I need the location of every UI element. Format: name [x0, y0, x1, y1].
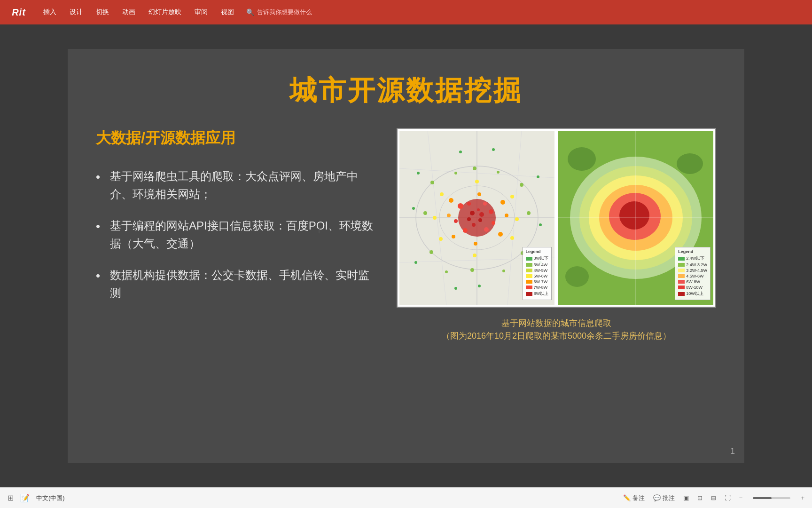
slide: 城市开源数据挖掘 大数据/开源数据应用 基于网络爬虫工具的爬取：大众点评网、房地…: [68, 49, 744, 463]
caption-line2: （图为2016年10月2日爬取的某市5000余条二手房房价信息）: [442, 330, 671, 342]
svg-point-14: [467, 217, 471, 221]
menu-item-view[interactable]: 视图: [215, 5, 240, 19]
caption-line1: 基于网站数据的城市信息爬取: [442, 317, 671, 330]
svg-point-25: [500, 200, 505, 205]
svg-point-60: [478, 285, 481, 287]
svg-point-12: [472, 223, 476, 227]
svg-point-11: [478, 218, 482, 222]
svg-point-72: [677, 153, 703, 174]
slide-area: 城市开源数据挖掘 大数据/开源数据应用 基于网络爬虫工具的爬取：大众点评网、房地…: [0, 24, 812, 487]
menu-item-slideshow[interactable]: 幻灯片放映: [143, 5, 187, 19]
menu-item-design[interactable]: 设计: [64, 5, 88, 19]
svg-point-55: [414, 261, 417, 264]
svg-point-32: [440, 192, 444, 196]
text-cursor: [319, 224, 320, 233]
menu-item-insert[interactable]: 插入: [38, 5, 62, 19]
fullscreen-button[interactable]: ⛶: [725, 494, 731, 501]
svg-point-13: [479, 212, 484, 217]
comment-icon: 💬: [653, 494, 661, 501]
slide-number: 1: [730, 446, 735, 456]
search-icon: 🔍: [246, 8, 254, 16]
svg-point-50: [502, 270, 505, 272]
svg-point-19: [463, 228, 468, 233]
view-reading-button[interactable]: ⊟: [711, 494, 716, 501]
svg-point-61: [454, 287, 457, 290]
comments-label: 批注: [663, 494, 675, 502]
svg-point-29: [505, 214, 508, 217]
slide-panel-icon[interactable]: ⊞: [8, 493, 14, 502]
comments-button[interactable]: 💬 批注: [653, 494, 675, 502]
notes-icon-small: ✏️: [623, 494, 631, 501]
svg-point-16: [458, 203, 463, 209]
slide-title: 城市开源数据挖掘: [68, 49, 744, 119]
svg-point-68: [619, 201, 649, 230]
svg-point-15: [477, 208, 480, 211]
menu-item-switch[interactable]: 切换: [90, 5, 115, 19]
svg-point-57: [539, 223, 542, 226]
svg-point-18: [484, 227, 489, 232]
legend-left: Legend 3W以下 3W-4W 4W-5W 5W-6W 6W-7W 7W-8…: [523, 247, 552, 300]
slide-right-panel: Legend 3W以下 3W-4W 4W-5W 5W-6W 6W-7W 7W-8…: [397, 128, 716, 342]
zoom-in-button[interactable]: +: [801, 494, 804, 501]
svg-point-17: [489, 209, 493, 214]
svg-point-44: [423, 211, 427, 215]
bullet-item-3: 数据机构提供数据：公交卡数据、手机信铃、实时监测: [96, 266, 378, 302]
svg-point-49: [497, 171, 500, 174]
svg-point-56: [412, 207, 415, 210]
status-left: ⊞ 📝 中文(中国): [8, 493, 65, 502]
svg-point-41: [520, 183, 523, 187]
bullet-list: 基于网络爬虫工具的爬取：大众点评网、房地产中介、环境相关网站； 基于编程的网站A…: [96, 167, 378, 302]
section-title: 大数据/开源数据应用: [96, 128, 378, 149]
search-area[interactable]: 🔍 告诉我你想要做什么: [246, 8, 312, 16]
menu-item-animate[interactable]: 动画: [117, 5, 141, 19]
legend-right: Legend 2.4W以下 2.4W-3.2W 3.2W-4.5W 4.5W-6…: [675, 247, 710, 300]
svg-point-20: [467, 202, 471, 206]
svg-point-48: [454, 172, 457, 175]
svg-point-71: [568, 147, 596, 171]
svg-point-47: [470, 268, 474, 272]
menu-item-review[interactable]: 审阅: [189, 5, 213, 19]
notes-button[interactable]: ✏️ 备注: [623, 494, 645, 502]
svg-point-40: [430, 181, 434, 184]
svg-point-73: [565, 266, 589, 287]
bullet-item-1: 基于网络爬虫工具的爬取：大众点评网、房地产中介、环境相关网站；: [96, 167, 378, 204]
menu-bar: Rit 插入 设计 切换 动画 幻灯片放映 审阅 视图 🔍 告诉我你想要做什么: [0, 0, 812, 24]
app-logo: Rit: [5, 2, 33, 23]
svg-point-30: [477, 192, 481, 196]
svg-point-38: [475, 180, 479, 183]
status-bar: ⊞ 📝 中文(中国) ✏️ 备注 💬 批注 ▣ ⊡ ⊟ ⛶ − +: [0, 487, 812, 508]
svg-point-22: [492, 221, 495, 225]
language-indicator: 中文(中国): [36, 494, 65, 502]
svg-point-43: [429, 250, 433, 254]
svg-point-34: [510, 236, 514, 240]
zoom-out-button[interactable]: −: [739, 494, 743, 501]
svg-point-45: [527, 211, 531, 215]
slide-left-panel: 大数据/开源数据应用 基于网络爬虫工具的爬取：大众点评网、房地产中介、环境相关网…: [96, 128, 378, 342]
svg-point-23: [454, 219, 458, 223]
svg-point-21: [483, 202, 487, 206]
map-right: Legend 2.4W以下 2.4W-3.2W 3.2W-4.5W 4.5W-6…: [558, 131, 713, 305]
notes-label: 备注: [632, 494, 645, 502]
search-label: 告诉我你想要做什么: [257, 8, 312, 16]
svg-point-39: [473, 254, 476, 257]
svg-point-33: [510, 195, 514, 198]
map-images-container: Legend 3W以下 3W-4W 4W-5W 5W-6W 6W-7W 7W-8…: [397, 128, 716, 308]
svg-point-46: [473, 167, 476, 170]
view-normal-button[interactable]: ▣: [683, 494, 689, 501]
status-right: ✏️ 备注 💬 批注 ▣ ⊡ ⊟ ⛶ − +: [623, 494, 804, 502]
svg-point-51: [445, 270, 448, 273]
svg-point-31: [474, 242, 477, 246]
map-caption: 基于网站数据的城市信息爬取 （图为2016年10月2日爬取的某市5000余条二手…: [442, 317, 671, 342]
notes-icon[interactable]: 📝: [20, 493, 30, 502]
svg-point-59: [492, 148, 495, 151]
zoom-slider[interactable]: [753, 497, 790, 499]
svg-point-24: [449, 198, 453, 203]
svg-point-27: [452, 235, 455, 238]
slide-content: 大数据/开源数据应用 基于网络爬虫工具的爬取：大众点评网、房地产中介、环境相关网…: [68, 119, 744, 352]
svg-point-28: [447, 214, 451, 217]
view-slide-button[interactable]: ⊡: [697, 494, 703, 501]
svg-point-53: [537, 175, 539, 178]
svg-point-52: [417, 172, 420, 175]
svg-point-37: [515, 217, 519, 221]
svg-point-35: [439, 237, 443, 241]
